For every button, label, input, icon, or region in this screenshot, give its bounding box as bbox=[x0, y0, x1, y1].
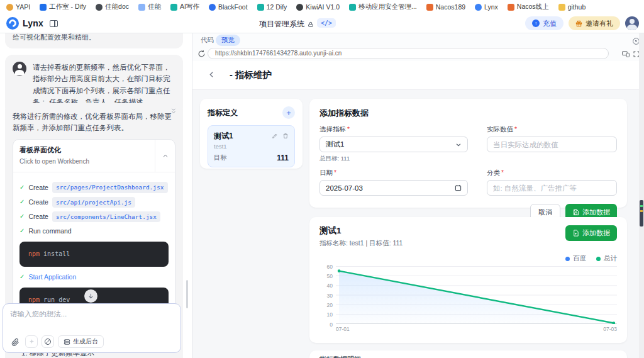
collapse-chevrons-icon[interactable] bbox=[170, 107, 177, 118]
chart-plot-area bbox=[336, 266, 617, 324]
bookmark-label: github bbox=[568, 3, 586, 11]
chevron-up-icon bbox=[162, 153, 169, 159]
command-name: npm bbox=[28, 296, 40, 303]
bookmark-label: Nacos189 bbox=[436, 3, 465, 11]
stop-button[interactable] bbox=[42, 335, 54, 348]
chat-input[interactable] bbox=[10, 310, 174, 332]
generate-backend-button[interactable]: 生成后台 bbox=[58, 335, 104, 348]
sidebar-toggle-icon[interactable] bbox=[50, 20, 58, 27]
bookmark-item[interactable]: Nacos线上 bbox=[508, 3, 549, 11]
collapse-card-button[interactable] bbox=[155, 140, 175, 172]
metric-select[interactable]: 测试1 bbox=[319, 137, 468, 152]
command-name: npm bbox=[28, 250, 40, 257]
clipped-message-text: 给可视化配置效果和精细。 bbox=[13, 33, 96, 41]
project-selector[interactable]: 项目管理系统 bbox=[259, 19, 323, 30]
favicon-icon bbox=[96, 4, 103, 11]
bookmark-label: 移动应用安全管理... bbox=[358, 3, 417, 11]
legend-item-baidu[interactable]: 百度 bbox=[565, 254, 586, 263]
input-toolbar: 生成后台 bbox=[9, 335, 104, 348]
legend-item-total[interactable]: 总计 bbox=[596, 254, 617, 263]
url-bar[interactable]: https://shkbln1747661434278.auto.yunji-a… bbox=[208, 48, 609, 59]
bookmark-item[interactable]: KiwiAI V1.0 bbox=[296, 3, 340, 11]
scroll-to-bottom-button[interactable] bbox=[84, 289, 97, 303]
bookmark-item[interactable]: Nacos189 bbox=[426, 3, 465, 11]
category-field-wrap bbox=[487, 180, 617, 196]
slash-circle-icon bbox=[44, 338, 52, 345]
recharge-button[interactable]: ↑ 充值 bbox=[525, 16, 564, 30]
y-axis-tick: 20 bbox=[327, 303, 333, 308]
recharge-label: 充值 bbox=[543, 19, 557, 28]
favicon-icon bbox=[257, 4, 264, 11]
favicon-icon bbox=[426, 4, 433, 11]
chat-scrollbar-thumb[interactable] bbox=[186, 280, 188, 308]
add-metric-button[interactable]: + bbox=[282, 106, 295, 119]
delete-metric-button[interactable] bbox=[282, 130, 289, 142]
workbench-subtitle: Click to open Workbench bbox=[19, 157, 148, 167]
category-input[interactable] bbox=[493, 184, 611, 192]
user-avatar[interactable] bbox=[625, 16, 639, 30]
file-chip[interactable]: src/pages/ProjectDashboard.jsx bbox=[52, 182, 168, 193]
invite-button[interactable]: 邀请有礼 bbox=[569, 16, 620, 30]
brand[interactable]: Lynx bbox=[6, 17, 58, 30]
file-chip[interactable]: src/components/LineChart.jsx bbox=[52, 211, 160, 222]
bookmark-item[interactable]: BlackFoot bbox=[209, 3, 248, 11]
magic-wand-button[interactable] bbox=[25, 335, 38, 348]
step-row: ✓ Run command bbox=[19, 226, 169, 237]
favicon-icon bbox=[40, 4, 47, 11]
invite-label: 邀请有礼 bbox=[586, 19, 613, 28]
bookmark-item[interactable]: 佳能 bbox=[138, 3, 161, 11]
tab-preview[interactable]: 预览 bbox=[216, 35, 240, 46]
favicon-icon bbox=[170, 4, 177, 11]
command-args: run dev bbox=[40, 296, 70, 303]
user-avatar-icon bbox=[13, 62, 26, 76]
command-args: install bbox=[40, 250, 70, 257]
favicon-icon bbox=[475, 4, 482, 11]
line-chart: 0102030405060 bbox=[319, 266, 617, 324]
bookmark-label: 佳能 bbox=[148, 3, 161, 11]
y-axis-tick: 10 bbox=[327, 312, 333, 318]
legend-dot bbox=[596, 257, 601, 261]
code-mode-chip[interactable]: </> bbox=[317, 18, 336, 28]
bookmark-item[interactable]: 移动应用安全管理... bbox=[349, 3, 417, 11]
bookmark-item[interactable]: github bbox=[558, 3, 586, 11]
chevron-down-icon bbox=[455, 142, 462, 148]
gift-icon bbox=[575, 20, 582, 27]
preview-page: - 指标维护 指标定义 + 测试1 bbox=[192, 61, 639, 358]
device-toggle-button[interactable] bbox=[621, 49, 630, 60]
paperclip-icon bbox=[11, 338, 19, 346]
refresh-button[interactable] bbox=[197, 49, 206, 60]
chart-add-data-button[interactable]: 添加数据 bbox=[565, 225, 617, 241]
bookmark-item[interactable]: AI写作 bbox=[170, 3, 199, 11]
actual-value-input[interactable] bbox=[493, 141, 611, 148]
date-picker[interactable]: 2025-07-03 bbox=[319, 180, 468, 196]
devices-icon bbox=[621, 50, 630, 58]
chart-card-subtitle: 指标名称: test1 | 目标值: 111 bbox=[319, 239, 565, 248]
tab-code[interactable]: 代码 bbox=[201, 36, 214, 45]
back-button[interactable] bbox=[208, 70, 216, 81]
attach-button[interactable] bbox=[9, 335, 21, 348]
x-tick-last: 07-03 bbox=[603, 326, 617, 332]
favicon-icon bbox=[209, 4, 216, 11]
step-label: Run command bbox=[28, 226, 71, 237]
preview-panel: 代码 预览 https://shkbln1747661434278.auto.y… bbox=[192, 33, 644, 358]
start-application-link[interactable]: Start Application bbox=[28, 272, 76, 282]
preview-scrollbar-track[interactable] bbox=[639, 33, 644, 358]
bookmark-item[interactable]: 工作室 - Dify bbox=[40, 3, 86, 11]
bookmark-item[interactable]: YAPI bbox=[6, 3, 30, 11]
form-title: 添加指标数据 bbox=[319, 108, 617, 119]
metric-list-item[interactable]: 测试1 test1 目标 111 bbox=[208, 125, 295, 167]
edit-metric-button[interactable] bbox=[272, 130, 278, 142]
chart-legend: 百度 总计 bbox=[319, 254, 617, 263]
target-label: 目标 bbox=[214, 154, 277, 162]
chart-card-title: 测试1 bbox=[319, 225, 565, 237]
bookmark-item[interactable]: 12 Dify bbox=[257, 3, 287, 11]
bookmark-item[interactable]: 佳能doc bbox=[96, 3, 129, 11]
step-row: ✓ Create src/components/LineChart.jsx bbox=[19, 211, 169, 222]
chat-panel: 给可视化配置效果和精细。 请去掉看板的更新频率，然后优化下界面，指标部分占用高度… bbox=[0, 33, 192, 358]
bookmark-label: 工作室 - Dify bbox=[49, 3, 86, 11]
workbench-card-header[interactable]: 看板界面优化 Click to open Workbench bbox=[13, 140, 175, 173]
chat-input-box[interactable]: 生成后台 bbox=[3, 303, 181, 353]
file-chip[interactable]: src/api/projectApi.js bbox=[52, 197, 135, 208]
preview-scrollbar-thumb[interactable] bbox=[640, 200, 643, 227]
bookmark-item[interactable]: Lynx bbox=[475, 3, 498, 11]
